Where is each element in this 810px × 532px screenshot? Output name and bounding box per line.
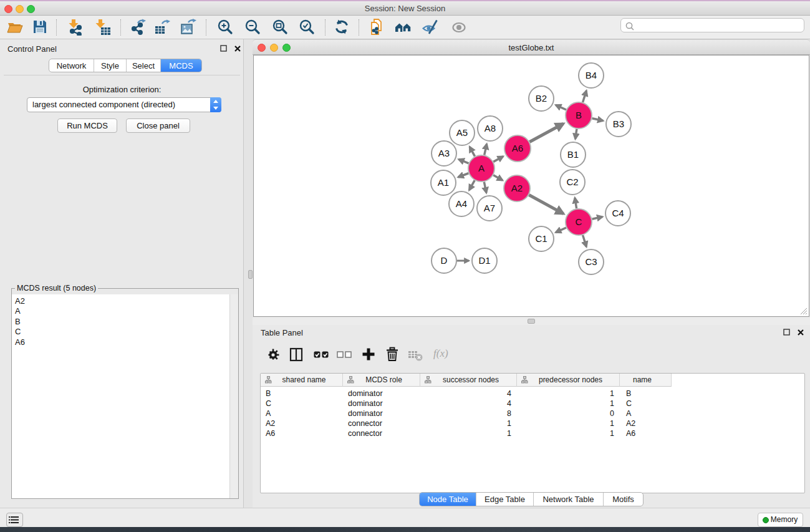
- cell-predecessor-nodes[interactable]: 0: [517, 409, 614, 418]
- cell-MCDS-role[interactable]: dominator: [348, 389, 423, 399]
- column-header-successor-nodes[interactable]: successor nodes: [420, 374, 517, 387]
- graph-edge-A-A3[interactable]: [459, 159, 469, 163]
- tab-node-table[interactable]: Node Table: [420, 493, 476, 506]
- column-header-shared-name[interactable]: shared name: [261, 374, 343, 387]
- delete-columns-icon[interactable]: [383, 346, 402, 364]
- network-horizontal-scrollbar-thumb[interactable]: [528, 319, 535, 324]
- open-session-icon[interactable]: [6, 18, 25, 37]
- close-panel-icon[interactable]: [797, 328, 804, 336]
- mcds-result-item[interactable]: C: [15, 327, 25, 337]
- function-builder-icon[interactable]: f(x): [433, 347, 448, 360]
- select-all-columns-icon[interactable]: [312, 346, 331, 364]
- graph-edge-B-B2[interactable]: [556, 105, 566, 110]
- cell-MCDS-role[interactable]: connector: [348, 428, 423, 438]
- graph-edge-A6-B[interactable]: [529, 123, 563, 142]
- app-titlebar[interactable]: Session: New Session: [0, 1, 810, 16]
- column-header-MCDS-role[interactable]: MCDS role: [343, 374, 420, 387]
- graph-edge-A-A6[interactable]: [493, 157, 503, 162]
- graph-edge-B-B4[interactable]: [583, 90, 587, 102]
- resize-grip-icon[interactable]: [800, 307, 808, 315]
- cell-shared-name[interactable]: A2: [266, 418, 340, 428]
- zoom-out-icon[interactable]: [244, 18, 263, 37]
- tab-mcds[interactable]: MCDS: [161, 59, 201, 72]
- column-header-predecessor-nodes[interactable]: predecessor nodes: [517, 374, 620, 387]
- show-column-panel-icon[interactable]: [287, 346, 306, 364]
- create-column-icon[interactable]: [360, 346, 378, 364]
- mcds-result-scrollbar[interactable]: [229, 294, 238, 498]
- task-history-button[interactable]: [6, 513, 23, 527]
- column-header-name[interactable]: name: [620, 374, 672, 387]
- show-all-networks-icon[interactable]: [395, 18, 413, 37]
- close-panel-icon[interactable]: [234, 44, 241, 52]
- float-panel-icon[interactable]: [220, 44, 228, 52]
- graph-edge-C-C3[interactable]: [583, 235, 587, 247]
- graph-edge-B-B3[interactable]: [592, 118, 603, 121]
- save-session-icon[interactable]: [31, 18, 50, 37]
- cell-name[interactable]: A2: [626, 418, 676, 428]
- cell-shared-name[interactable]: A6: [266, 428, 340, 438]
- tab-network[interactable]: Network: [49, 59, 94, 72]
- run-mcds-button[interactable]: Run MCDS: [57, 118, 117, 133]
- network-vertical-scrollbar-thumb[interactable]: [248, 270, 253, 279]
- show-graphics-details-icon[interactable]: [450, 18, 469, 37]
- search-input[interactable]: [620, 18, 804, 32]
- graph-edge-B-B1[interactable]: [576, 129, 577, 139]
- cell-MCDS-role[interactable]: dominator: [348, 399, 423, 409]
- mcds-result-item[interactable]: B: [15, 317, 25, 327]
- cell-name[interactable]: C: [626, 399, 676, 409]
- mcds-result-item[interactable]: A2: [15, 296, 25, 306]
- graph-edge-C-C1[interactable]: [556, 228, 566, 233]
- cell-successor-nodes[interactable]: 4: [420, 399, 511, 409]
- network-canvas[interactable]: B4B2BB3A5A8A6B1A3AA1C2A2A4A7C4CC1C3DD1: [253, 55, 809, 317]
- zoom-fit-icon[interactable]: [271, 18, 290, 37]
- refresh-icon[interactable]: [333, 18, 352, 37]
- criterion-select[interactable]: largest connected component (directed): [27, 97, 221, 112]
- export-image-icon[interactable]: [180, 18, 198, 37]
- tab-edge-table[interactable]: Edge Table: [476, 493, 534, 506]
- close-panel-button[interactable]: Close panel: [126, 118, 190, 133]
- zoom-in-icon[interactable]: [216, 18, 235, 37]
- cell-successor-nodes[interactable]: 1: [420, 428, 511, 438]
- float-panel-icon[interactable]: [783, 328, 791, 336]
- tab-select[interactable]: Select: [127, 59, 161, 72]
- graph-edge-A-A7[interactable]: [484, 182, 486, 193]
- graph-edge-A-A5[interactable]: [470, 147, 475, 156]
- delete-table-icon[interactable]: [407, 346, 425, 364]
- graph-edge-A2-C[interactable]: [529, 195, 563, 214]
- cell-shared-name[interactable]: B: [266, 389, 340, 399]
- cell-shared-name[interactable]: A: [266, 409, 340, 418]
- graph-edge-A-A2[interactable]: [493, 175, 503, 180]
- network-window-titlebar[interactable]: testGlobe.txt: [253, 39, 810, 55]
- cell-predecessor-nodes[interactable]: 1: [517, 389, 614, 399]
- cell-MCDS-role[interactable]: dominator: [348, 409, 423, 418]
- network-horizontal-scrollbar[interactable]: [253, 317, 810, 325]
- export-table-icon[interactable]: [153, 18, 172, 37]
- mcds-result-item[interactable]: A: [15, 306, 25, 316]
- cell-shared-name[interactable]: C: [266, 399, 340, 409]
- tab-style[interactable]: Style: [94, 59, 127, 72]
- memory-button[interactable]: Memory: [758, 513, 803, 527]
- zoom-selected-icon[interactable]: [298, 18, 317, 37]
- cell-successor-nodes[interactable]: 4: [420, 389, 511, 399]
- import-table-icon[interactable]: [94, 18, 113, 37]
- cell-predecessor-nodes[interactable]: 1: [517, 428, 614, 438]
- cell-predecessor-nodes[interactable]: 1: [517, 399, 614, 409]
- graph-edge-A-A4[interactable]: [469, 180, 475, 190]
- mcds-result-item[interactable]: A6: [15, 337, 25, 347]
- tab-motifs[interactable]: Motifs: [604, 493, 643, 506]
- deselect-all-columns-icon[interactable]: [335, 346, 354, 364]
- graph-edge-A-A1[interactable]: [458, 173, 469, 177]
- network-overview-icon[interactable]: [368, 18, 387, 37]
- cell-name[interactable]: A6: [626, 428, 676, 438]
- tab-network-table[interactable]: Network Table: [534, 493, 604, 506]
- graph-edge-A-A8[interactable]: [485, 144, 487, 155]
- cell-name[interactable]: B: [626, 389, 676, 399]
- export-network-icon[interactable]: [130, 18, 148, 37]
- graph-edge-C-C2[interactable]: [575, 198, 577, 208]
- cell-successor-nodes[interactable]: 1: [420, 418, 511, 428]
- hide-graphics-details-icon[interactable]: [422, 18, 440, 37]
- cell-name[interactable]: A: [626, 409, 676, 418]
- cell-predecessor-nodes[interactable]: 1: [517, 418, 614, 428]
- import-network-icon[interactable]: [66, 18, 85, 37]
- cell-successor-nodes[interactable]: 8: [420, 409, 511, 418]
